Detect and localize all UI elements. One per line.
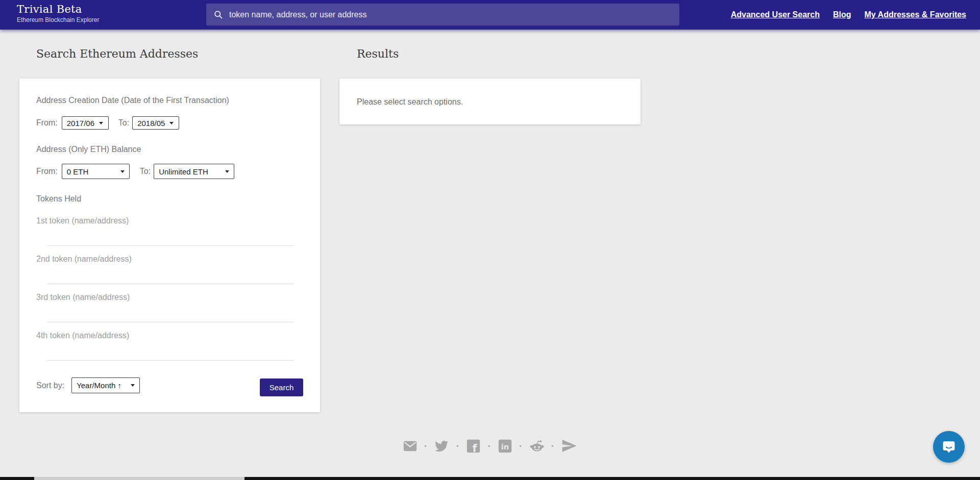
app-logo[interactable]: Trivial Beta Ethereum Blockchain Explore…: [17, 3, 99, 23]
token-input-2[interactable]: [47, 266, 294, 284]
chevron-down-icon: [169, 122, 174, 124]
balance-from-select[interactable]: 0 ETH: [62, 164, 130, 179]
linkedin-icon[interactable]: in: [498, 439, 512, 453]
chevron-down-icon: [120, 170, 125, 173]
global-search-input[interactable]: [229, 10, 672, 19]
date-to-value: 2018/05: [137, 119, 165, 128]
token-field-label: 3rd token (name/address): [36, 293, 130, 302]
date-from-select[interactable]: 2017/06: [62, 116, 109, 130]
chevron-down-icon: [225, 170, 229, 173]
token-input-4[interactable]: [47, 342, 294, 361]
nav-blog[interactable]: Blog: [833, 10, 851, 19]
email-icon[interactable]: [403, 439, 418, 453]
sort-row: Sort by: Year/Month ↑: [36, 377, 140, 393]
token-field-label: 2nd token (name/address): [36, 255, 132, 264]
separator-dot: ·: [424, 441, 428, 451]
results-message: Please select search options.: [357, 97, 463, 107]
creation-date-row: From: 2017/06 To: 2018/05: [36, 116, 179, 130]
scrollbar-thumb[interactable]: [34, 477, 244, 480]
sort-by-value: Year/Month ↑: [77, 381, 121, 390]
facebook-icon[interactable]: f: [466, 439, 481, 453]
chat-widget-button[interactable]: [933, 431, 965, 463]
separator-dot: ·: [456, 441, 459, 451]
balance-from-value: 0 ETH: [67, 167, 89, 176]
nav-advanced-user-search[interactable]: Advanced User Search: [731, 10, 820, 19]
chat-bubble-icon: [940, 438, 958, 456]
horizontal-scrollbar[interactable]: [0, 477, 980, 480]
search-form-card: Address Creation Date (Date of the First…: [19, 79, 320, 412]
balance-label: Address (Only ETH) Balance: [36, 145, 141, 154]
balance-to-value: Unlimited ETH: [159, 167, 208, 176]
date-to-label: To:: [118, 118, 129, 128]
creation-date-label: Address Creation Date (Date of the First…: [36, 96, 229, 105]
svg-text:in: in: [501, 443, 509, 451]
tokens-held-label: Tokens Held: [36, 194, 81, 204]
balance-from-label: From:: [36, 167, 58, 176]
separator-dot: ·: [487, 441, 491, 451]
search-icon: [213, 10, 223, 19]
telegram-icon[interactable]: [561, 438, 577, 454]
sort-by-select[interactable]: Year/Month ↑: [71, 377, 140, 393]
app-header: Trivial Beta Ethereum Blockchain Explore…: [0, 0, 980, 30]
search-button[interactable]: Search: [260, 378, 303, 396]
chevron-down-icon: [131, 384, 135, 387]
search-section-heading: Search Ethereum Addresses: [36, 47, 198, 60]
token-field-4: 4th token (name/address): [19, 331, 320, 363]
token-field-label: 1st token (name/address): [36, 216, 129, 225]
header-nav: Advanced User Search Blog My Addresses &…: [731, 0, 966, 30]
sort-by-label: Sort by:: [36, 381, 64, 390]
social-links-bar: · · f · in ·: [0, 438, 980, 454]
token-field-3: 3rd token (name/address): [19, 293, 320, 324]
app-title: Trivial Beta: [17, 3, 99, 15]
date-from-label: From:: [36, 118, 58, 128]
results-card: Please select search options.: [339, 79, 641, 124]
page: Trivial Beta Ethereum Blockchain Explore…: [0, 0, 980, 480]
balance-row: From: 0 ETH To: Unlimited ETH: [36, 164, 234, 179]
token-field-2: 2nd token (name/address): [19, 255, 320, 286]
date-from-value: 2017/06: [67, 119, 94, 128]
token-field-label: 4th token (name/address): [36, 331, 129, 340]
nav-my-addresses-favorites[interactable]: My Addresses & Favorites: [865, 10, 966, 19]
reddit-icon[interactable]: [529, 438, 545, 453]
chevron-down-icon: [99, 122, 103, 124]
twitter-icon[interactable]: [434, 438, 449, 453]
token-field-1: 1st token (name/address): [19, 216, 320, 248]
svg-text:f: f: [473, 442, 478, 453]
token-input-1[interactable]: [47, 228, 294, 246]
balance-to-select[interactable]: Unlimited ETH: [154, 164, 234, 179]
separator-dot: ·: [551, 441, 555, 451]
results-section-heading: Results: [357, 47, 399, 60]
balance-to-label: To:: [140, 167, 151, 176]
app-subtitle: Ethereum Blockchain Explorer: [17, 16, 99, 23]
token-input-3[interactable]: [47, 304, 294, 322]
global-search-box[interactable]: [206, 4, 679, 26]
separator-dot: ·: [519, 441, 523, 451]
date-to-select[interactable]: 2018/05: [132, 116, 179, 130]
